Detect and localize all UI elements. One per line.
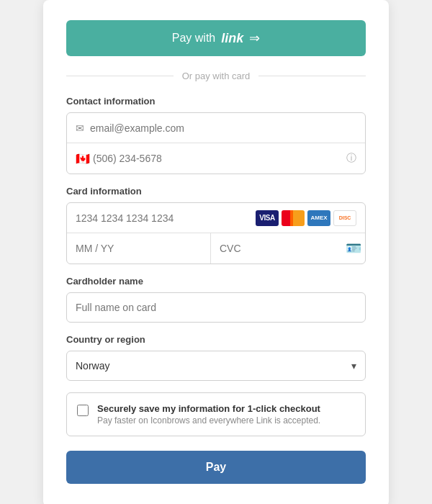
save-info-text: Securely save my information for 1-click…	[97, 403, 320, 426]
expiry-input[interactable]	[76, 243, 202, 254]
cardholder-name-input[interactable]	[76, 302, 356, 313]
pay-with-link-button[interactable]: Pay with link ⇒	[66, 20, 366, 56]
payment-card: Pay with link ⇒ Or pay with card Contact…	[43, 0, 389, 504]
link-arrow-icon: ⇒	[249, 30, 260, 46]
discover-icon: DISC	[333, 210, 356, 226]
cvc-half: 🪪	[211, 233, 366, 264]
amex-icon: AMEX	[307, 210, 330, 226]
country-select[interactable]: Norway United States United Kingdom Cana…	[76, 360, 351, 372]
cardholder-input-wrapper	[66, 292, 366, 323]
contact-input-group: ✉ 🇨🇦 ⓘ	[66, 112, 366, 174]
expiry-cvc-row: 🪪	[67, 233, 365, 264]
pay-with-link-prefix: Pay with	[172, 32, 215, 45]
card-input-group: VISA AMEX DISC 🪪	[66, 202, 366, 264]
card-number-input[interactable]	[76, 212, 256, 224]
country-select-wrapper[interactable]: Norway United States United Kingdom Cana…	[66, 351, 366, 381]
email-input[interactable]	[90, 122, 356, 134]
phone-row: 🇨🇦 ⓘ	[67, 143, 365, 174]
cardholder-section-label: Cardholder name	[66, 276, 366, 287]
cvc-chip-icon: 🪪	[346, 240, 361, 256]
save-info-section: Securely save my information for 1-click…	[66, 392, 366, 436]
card-brand-icons: VISA AMEX DISC	[256, 210, 356, 226]
email-row: ✉	[67, 113, 365, 143]
phone-input[interactable]	[93, 153, 341, 164]
contact-section-label: Contact information	[66, 96, 366, 107]
email-icon: ✉	[76, 122, 84, 134]
save-info-checkbox[interactable]	[77, 405, 89, 416]
pay-button[interactable]: Pay	[66, 451, 366, 484]
info-icon[interactable]: ⓘ	[346, 152, 356, 165]
country-section-label: Country or region	[66, 334, 366, 345]
chevron-down-icon: ▾	[351, 360, 356, 372]
cvc-input[interactable]	[220, 243, 346, 254]
mastercard-icon	[282, 210, 305, 226]
save-info-sub-text: Pay faster on Iconbrows and everywhere L…	[97, 415, 320, 426]
flag-icon: 🇨🇦	[76, 152, 90, 166]
visa-icon: VISA	[256, 210, 279, 226]
link-brand: link	[221, 31, 243, 46]
save-info-main-text: Securely save my information for 1-click…	[97, 403, 320, 414]
card-section-label: Card information	[66, 186, 366, 197]
or-divider: Or pay with card	[66, 71, 366, 81]
divider-text: Or pay with card	[174, 71, 259, 81]
card-number-row: VISA AMEX DISC	[67, 203, 365, 233]
expiry-half	[67, 233, 211, 264]
